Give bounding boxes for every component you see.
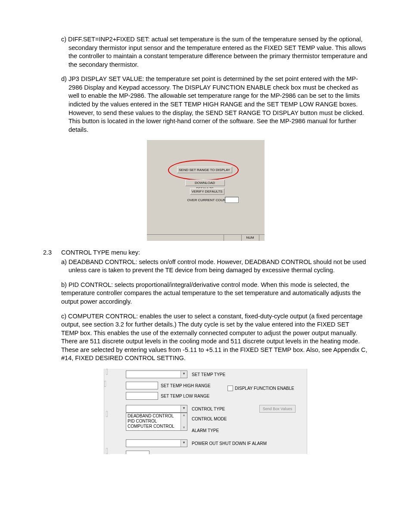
power-out-combo[interactable]: ▼ — [126, 439, 187, 447]
control-type-label: CONTROL TYPE — [192, 406, 225, 412]
paragraph-c: c) DIFF.SET=INP2+FIXED SET: actual set t… — [61, 35, 368, 69]
figure-form-panel: ▼ SET TEMP TYPE SET TEMP HIGH RANGE DISP… — [104, 369, 307, 454]
chevron-down-icon: ▼ — [181, 405, 187, 412]
alarm-type-label: ALARM TYPE — [192, 428, 219, 434]
partial-input-bottom[interactable] — [126, 451, 149, 454]
chevron-down-icon: ▼ — [182, 426, 186, 430]
chevron-down-icon: ▼ — [181, 371, 187, 378]
paragraph-d: d) JP3 DISPLAY SET VALUE: the temperatur… — [61, 75, 368, 134]
set-temp-low-input[interactable] — [126, 392, 158, 400]
paragraph-2-3-c: c) COMPUTER CONTROL: enables the user to… — [61, 312, 368, 363]
display-function-enable-checkbox[interactable]: DISPLAY FUNCTION ENABLE — [227, 386, 294, 392]
left-marker-1 — [106, 369, 108, 375]
power-out-label: POWER OUT SHUT DOWN IF ALARM — [192, 441, 267, 447]
left-marker-2 — [104, 381, 106, 387]
listbox-scrollbar[interactable]: ▲ ▼ — [181, 413, 187, 430]
list-item[interactable]: COMPUTER CONTROL — [128, 424, 179, 429]
chevron-up-icon: ▲ — [182, 413, 186, 418]
section-title: CONTROL TYPE menu key: — [61, 249, 368, 257]
paragraph-2-3-b: b) PID CONTROL: selects proportional/int… — [61, 281, 368, 306]
section-number: 2.3 — [43, 249, 61, 281]
chevron-down-icon: ▼ — [181, 440, 187, 447]
list-item[interactable]: PID CONTROL — [128, 419, 179, 424]
set-temp-type-combo[interactable]: ▼ — [126, 370, 187, 378]
control-type-listbox[interactable]: DEADBAND CONTROL PID CONTROL COMPUTER CO… — [126, 413, 187, 431]
control-type-combo[interactable]: ▼ — [126, 405, 187, 413]
over-current-count-field[interactable] — [225, 197, 239, 203]
send-box-values-button[interactable]: Send Box Values — [259, 405, 296, 413]
left-marker-3 — [106, 411, 108, 417]
display-function-enable-label: DISPLAY FUNCTION ENABLE — [235, 386, 294, 392]
send-set-range-button[interactable]: SEND SET RANGE TO DISPLAY — [177, 167, 232, 173]
set-temp-high-input[interactable] — [126, 382, 158, 389]
control-mode-label: CONTROL MODE — [192, 416, 227, 422]
set-temp-high-label: SET TEMP HIGH RANGE — [161, 383, 211, 389]
status-num: NUM — [241, 235, 259, 241]
verify-defaults-button[interactable]: VERIFY DEFAULTS — [190, 188, 224, 195]
set-temp-low-label: SET TEMP LOW RANGE — [161, 393, 209, 399]
set-temp-type-label: SET TEMP TYPE — [192, 372, 225, 378]
status-blank2 — [259, 235, 265, 241]
checkbox-box — [227, 386, 233, 391]
list-item[interactable]: DEADBAND CONTROL — [128, 414, 179, 419]
status-bar: NUM — [147, 234, 265, 241]
figure-software-panel: SEND SET RANGE TO DISPLAY DOWNLOAD DEFAU… — [147, 140, 265, 241]
left-marker-4 — [106, 448, 108, 454]
download-defaults-button[interactable]: DOWNLOAD DEFAULTS — [185, 180, 225, 186]
paragraph-2-3-a: a) DEADBAND CONTROL: selects on/off cont… — [61, 258, 368, 275]
status-blank1 — [224, 235, 241, 241]
over-current-count-label: OVER CURRENT COUNT — [187, 198, 228, 203]
